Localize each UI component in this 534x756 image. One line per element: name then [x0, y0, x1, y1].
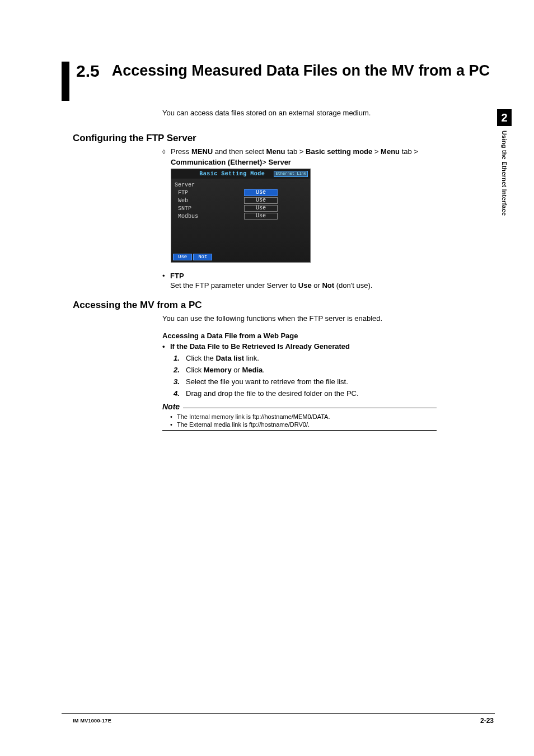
section-number: 2.5	[76, 62, 100, 80]
breadcrumb: Communication (Ethernet)> Server	[171, 158, 495, 166]
section-title: 2.5 Accessing Measured Data Files on the…	[62, 62, 495, 101]
note-title: Note	[162, 402, 180, 411]
note-block: Note •The Internal memory link is ftp://…	[162, 402, 437, 431]
intro-text: You can access data files stored on an e…	[162, 109, 495, 117]
group-label: Server	[175, 182, 208, 188]
note-item: •The Internal memory link is ftp://hostn…	[170, 413, 437, 420]
chapter-tab: 2 Using the Ethernet Interface	[497, 109, 512, 216]
ftp-bullet: •FTP Set the FTP parameter under Server …	[162, 272, 495, 290]
subsection-heading: Configuring the FTP Server	[73, 133, 495, 144]
chapter-number: 2	[497, 109, 512, 126]
divider	[183, 408, 437, 408]
row-label: Web	[175, 198, 208, 204]
row-value[interactable]: Use	[244, 189, 278, 196]
subheading: Accessing a Data File from a Web Page	[162, 332, 495, 340]
use-button[interactable]: Use	[173, 254, 192, 260]
diamond-icon: ◊	[162, 148, 165, 155]
step: 3.Select the file you want to retrieve f…	[174, 377, 495, 386]
note-item: •The External media link is ftp://hostna…	[170, 421, 437, 428]
device-title: Basic Setting Mode	[190, 171, 274, 177]
row-label: SNTP	[175, 206, 208, 212]
subsection-heading: Accessing the MV from a PC	[73, 300, 495, 311]
section2-intro: You can use the following functions when…	[162, 314, 495, 323]
condition-bullet: •If the Data File to Be Retrieved Is Alr…	[162, 342, 495, 351]
title-bar	[62, 62, 69, 101]
footer-page-num: 2-23	[480, 717, 494, 725]
divider	[162, 430, 437, 431]
step: 1.Click the Data list link.	[174, 354, 495, 362]
step-list: 1.Click the Data list link. 2.Click Memo…	[174, 354, 495, 398]
ethernet-link-badge: Ethernet Link	[274, 171, 308, 177]
device-screenshot: Basic Setting Mode Ethernet Link Server …	[171, 169, 311, 263]
section-heading: Accessing Measured Data Files on the MV …	[112, 62, 490, 81]
row-label: FTP	[175, 190, 208, 196]
step: 2.Click Memory or Media.	[174, 366, 495, 374]
step: 4.Drag and drop the file to the desired …	[174, 389, 495, 398]
footer-divider	[62, 713, 495, 714]
row-value[interactable]: Use	[244, 213, 278, 220]
row-label: Modbus	[175, 213, 208, 220]
ftp-description: Set the FTP parameter under Server to Us…	[170, 281, 495, 290]
instruction-line: ◊ Press MENU and then select Menu tab > …	[162, 147, 495, 156]
footer-doc-id: IM MV1000-17E	[73, 718, 111, 724]
not-button[interactable]: Not	[193, 254, 212, 260]
chapter-title: Using the Ethernet Interface	[501, 130, 508, 216]
row-value[interactable]: Use	[244, 205, 278, 212]
row-value[interactable]: Use	[244, 197, 278, 204]
